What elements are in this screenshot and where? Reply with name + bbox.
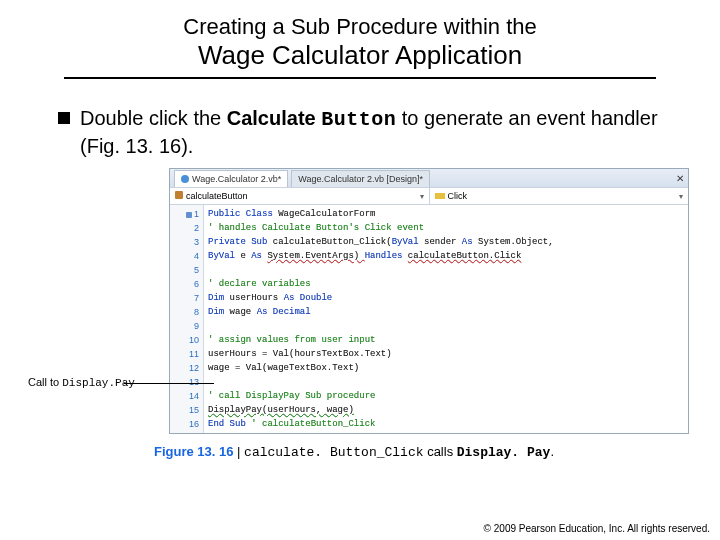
event-icon (435, 193, 445, 199)
line-number-gutter: 1 2 3 4 5 6 7 8 9 10 11 12 13 14 15 16 (170, 205, 204, 433)
figure-area: Call to Display.Pay Wage.Calculator 2.vb… (24, 168, 696, 460)
tab-inactive: Wage.Calculator 2.vb [Design]* (291, 170, 430, 187)
callout-leader-line (124, 383, 214, 384)
bullet-list: Double click the Calculate Button to gen… (58, 105, 666, 160)
file-icon (181, 175, 189, 183)
bullet-item: Double click the Calculate Button to gen… (58, 105, 666, 160)
code-editor: 1 2 3 4 5 6 7 8 9 10 11 12 13 14 15 16 (170, 205, 688, 433)
margin-marker-icon (186, 212, 192, 218)
tab-strip: Wage.Calculator 2.vb* Wage.Calculator 2.… (170, 169, 688, 187)
title-line-1: Creating a Sub Procedure within the (64, 14, 656, 40)
dropdown-bar: calculateButton▾ Click▾ (170, 187, 688, 205)
callout-label: Call to Display.Pay (28, 376, 135, 389)
slide-title: Creating a Sub Procedure within the Wage… (64, 14, 656, 79)
object-dropdown: calculateButton▾ (170, 188, 430, 204)
copyright-footer: © 2009 Pearson Education, Inc. All right… (484, 523, 710, 534)
figure-caption: Figure 13. 16 | calculate. Button_Click … (154, 444, 696, 460)
code-body: Public Class WageCalculatorForm ' handle… (204, 205, 688, 433)
close-icon: ✕ (676, 173, 684, 184)
chevron-down-icon: ▾ (679, 192, 683, 201)
ide-screenshot: Wage.Calculator 2.vb* Wage.Calculator 2.… (169, 168, 689, 434)
bullet-text: Double click the Calculate Button to gen… (80, 105, 666, 160)
event-dropdown: Click▾ (430, 188, 689, 204)
bullet-square-icon (58, 112, 70, 124)
chevron-down-icon: ▾ (420, 192, 424, 201)
title-line-2: Wage Calculator Application (64, 40, 656, 71)
tab-active: Wage.Calculator 2.vb* (174, 170, 288, 187)
object-icon (175, 191, 183, 199)
